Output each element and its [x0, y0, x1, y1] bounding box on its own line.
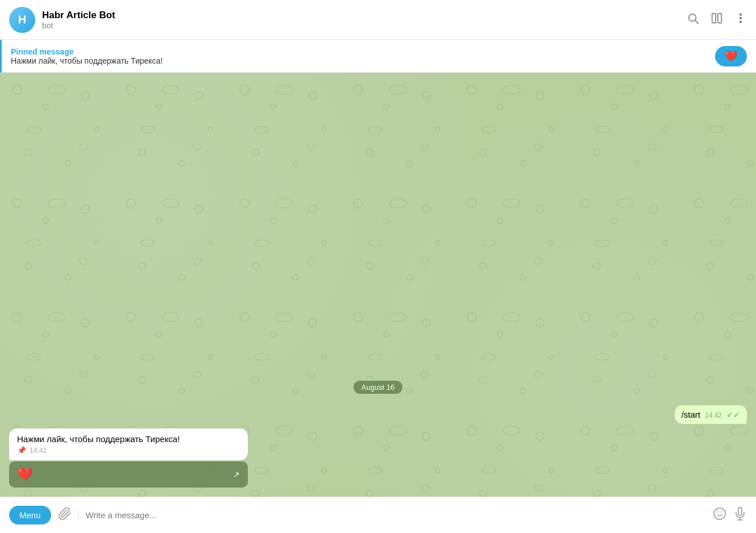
outgoing-time: 14:42	[705, 411, 722, 419]
date-separator: August 16	[9, 381, 747, 394]
header-info: Habr Article Bot bot	[42, 10, 687, 30]
message-input-wrapper[interactable]	[78, 510, 706, 520]
incoming-time: 14:42	[30, 447, 47, 455]
incoming-message: Нажми лайк, чтобы поддержать Тирекса! 📌 …	[9, 428, 248, 488]
attach-icon[interactable]	[58, 507, 72, 524]
date-badge: August 16	[354, 381, 403, 394]
svg-point-6	[740, 21, 742, 23]
svg-rect-2	[712, 14, 716, 23]
pinned-heart-emoji: ❤️	[725, 50, 737, 63]
heart-emoji: ❤️	[17, 467, 32, 482]
svg-point-5	[740, 18, 742, 19]
menu-button[interactable]: Menu	[9, 506, 51, 524]
chat-header: H Habr Article Bot bot	[0, 0, 756, 40]
svg-point-4	[740, 14, 742, 15]
bottom-bar: Menu	[0, 497, 756, 533]
outgoing-message: /start 14:42 ✓✓	[9, 405, 747, 424]
share-icon: ↗	[233, 470, 240, 479]
pinned-heart-button[interactable]: ❤️	[715, 46, 747, 66]
incoming-text: Нажми лайк, чтобы поддержать Тирекса!	[17, 434, 240, 444]
pinned-label: Pinned message	[11, 47, 715, 56]
emoji-icon[interactable]	[713, 507, 726, 524]
pinned-content: Pinned message Нажми лайк, чтобы поддерж…	[11, 47, 715, 65]
search-icon[interactable]	[687, 12, 699, 27]
read-check-icon: ✓✓	[726, 410, 740, 419]
incoming-bubble: Нажми лайк, чтобы поддержать Тирекса! 📌 …	[9, 428, 248, 460]
mic-icon[interactable]	[733, 507, 747, 524]
incoming-meta: 📌 14:42	[17, 446, 240, 455]
chat-title: Habr Article Bot	[42, 10, 687, 21]
pinned-bar[interactable]: Pinned message Нажми лайк, чтобы поддерж…	[0, 40, 756, 73]
outgoing-bubble: /start 14:42 ✓✓	[675, 405, 747, 424]
chat-area: August 16 /start 14:42 ✓✓ Нажми лайк, чт…	[0, 73, 756, 497]
chat-messages: August 16 /start 14:42 ✓✓ Нажми лайк, чт…	[0, 73, 756, 497]
pinned-text: Нажми лайк, чтобы поддержать Тирекса!	[11, 56, 715, 65]
svg-rect-3	[718, 14, 721, 23]
message-input[interactable]	[86, 510, 706, 520]
svg-line-1	[695, 20, 698, 23]
heart-reaction-button[interactable]: ❤️ ↗	[9, 461, 248, 488]
outgoing-text: /start	[682, 410, 700, 419]
header-actions	[687, 12, 747, 27]
columns-icon[interactable]	[711, 12, 723, 27]
pin-icon: 📌	[17, 446, 26, 455]
svg-point-7	[714, 508, 725, 519]
chat-subtitle: bot	[42, 21, 687, 30]
avatar: H	[9, 7, 35, 33]
more-icon[interactable]	[734, 12, 747, 27]
